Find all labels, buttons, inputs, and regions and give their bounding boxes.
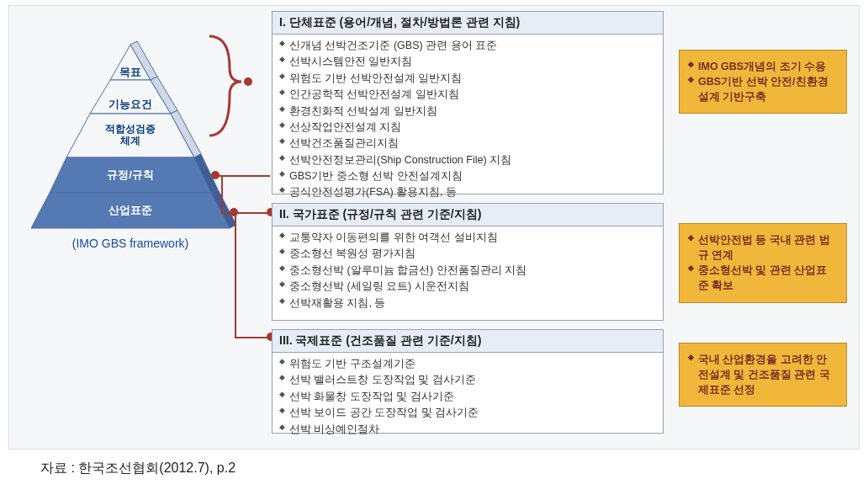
- list-item: 위험도 기반 구조설계기준: [279, 356, 656, 372]
- connector-line-2: [216, 175, 270, 177]
- diagram-background: 목표 기능요건 적합성검증 체계 규정/규칙 산업표준 (IMO GBS fra…: [8, 5, 860, 450]
- connector-dot-3a: [230, 208, 238, 216]
- list-item: 신개념 선박건조기준 (GBS) 관련 용어 표준: [279, 38, 656, 54]
- list-item: 인간공학적 선박안전설계 일반지침: [279, 87, 656, 103]
- pyramid-level-2: 기능요건: [93, 97, 168, 112]
- connector-dot-2a: [211, 171, 220, 179]
- note-1: IMO GBS개념의 조기 수용 GBS기반 선박 안전/친환경 설계 기반구축: [679, 50, 847, 114]
- pyramid-level-1: 목표: [105, 65, 156, 80]
- section-2: II. 국가표준 (규정/규칙 관련 기준/지침) 교통약자 이동편의를 위한 …: [272, 203, 664, 321]
- list-item: 교통약자 이동편의를 위한 여객선 설비지침: [279, 230, 656, 246]
- list-item: 선박안전법 등 국내 관련 법규 연계: [688, 232, 838, 263]
- section-2-list: 교통약자 이동편의를 위한 여객선 설비지침 중소형선 복원성 평가지침 중소형…: [279, 230, 656, 312]
- list-item: IMO GBS개념의 조기 수용: [688, 59, 838, 74]
- list-item: 선박재활용 지침, 등: [279, 296, 656, 312]
- list-item: 선박 화물창 도장작업 및 검사기준: [279, 389, 656, 405]
- section-1-header: I. 단체표준 (용어/개념, 절차/방법론 관련 지침): [273, 12, 663, 35]
- pyramid-level-4: 규정/규칙: [76, 168, 185, 183]
- section-2-body: 교통약자 이동편의를 위한 여객선 설비지침 중소형선 복원성 평가지침 중소형…: [273, 226, 663, 317]
- list-item: 위험도 기반 선박안전설계 일반지침: [279, 71, 656, 87]
- section-1: I. 단체표준 (용어/개념, 절차/방법론 관련 지침) 신개념 선박건조기준…: [272, 11, 664, 194]
- section-3-body: 위험도 기반 구조설계기준 선박 밸러스트창 도장작업 및 검사기준 선박 화물…: [273, 353, 663, 443]
- brace-connector: [193, 31, 260, 141]
- diagram-canvas: 목표 기능요건 적합성검증 체계 규정/규칙 산업표준 (IMO GBS fra…: [0, 0, 868, 490]
- list-item: 선박 보이드 공간 도장작업 및 검사기준: [279, 405, 656, 421]
- list-item: 중소형선박 및 관련 산업표준 확보: [688, 263, 838, 293]
- list-item: 선박 밸러스트창 도장작업 및 검사기준: [279, 372, 656, 388]
- list-item: 선박안전정보관리(Ship Construction File) 지침: [279, 152, 656, 168]
- connector-line-3v: [235, 212, 236, 337]
- list-item: 선상작업안전설계 지침: [279, 120, 656, 136]
- connector-line-3h: [235, 337, 270, 338]
- list-item: 환경친화적 선박설계 일반지침: [279, 104, 656, 120]
- section-2-header: II. 국가표준 (규정/규칙 관련 기준/지침): [273, 204, 663, 226]
- source-citation: 자료 : 한국조선협회(2012.7), p.2: [40, 460, 236, 477]
- note-2: 선박안전법 등 국내 관련 법규 연계 중소형선박 및 관련 산업표준 확보: [679, 223, 847, 303]
- list-item: 선박 비상예인절차: [279, 422, 656, 438]
- list-item: 공식안전성평가(FSA) 활용지침, 등: [279, 184, 656, 200]
- section-3-list: 위험도 기반 구조설계기준 선박 밸러스트창 도장작업 및 검사기준 선박 화물…: [279, 356, 656, 438]
- list-item: 중소형선박 (알루미늄 합금선) 안전품질관리 지침: [279, 263, 656, 279]
- section-1-list: 신개념 선박건조기준 (GBS) 관련 용어 표준 선박시스템안전 일반지침 위…: [279, 38, 656, 201]
- list-item: 중소형선박 (세일링 요트) 시운전지침: [279, 279, 656, 295]
- list-item: GBS기반 선박 안전/친환경 설계 기반구축: [688, 74, 838, 104]
- note-3: 국내 산업환경을 고려한 안전설계 및 건조품질 관련 국제표준 선정: [679, 343, 847, 407]
- list-item: 국내 산업환경을 고려한 안전설계 및 건조품질 관련 국제표준 선정: [688, 352, 838, 397]
- pyramid-level-3: 적합성검증 체계: [84, 124, 177, 147]
- section-3-header: III. 국제표준 (건조품질 관련 기준/지침): [273, 330, 663, 353]
- note-1-list: IMO GBS개념의 조기 수용 GBS기반 선박 안전/친환경 설계 기반구축: [688, 59, 838, 104]
- connector-line-2v: [221, 175, 223, 212]
- section-3: III. 국제표준 (건조품질 관련 기준/지침) 위험도 기반 구조설계기준 …: [272, 329, 664, 434]
- pyramid-level-5: 산업표준: [63, 203, 198, 218]
- pyramid-caption: (IMO GBS framework): [21, 237, 240, 250]
- connector-line-2h: [221, 212, 270, 214]
- svg-point-10: [244, 77, 252, 86]
- note-2-list: 선박안전법 등 국내 관련 법규 연계 중소형선박 및 관련 산업표준 확보: [688, 232, 838, 294]
- list-item: 중소형선 복원성 평가지침: [279, 246, 656, 262]
- section-1-body: 신개념 선박건조기준 (GBS) 관련 용어 표준 선박시스템안전 일반지침 위…: [273, 35, 663, 206]
- list-item: 선박건조품질관리지침: [279, 136, 656, 152]
- list-item: GBS기반 중소형 선박 안전설계지침: [279, 168, 656, 184]
- list-item: 선박시스템안전 일반지침: [279, 54, 656, 70]
- note-3-list: 국내 산업환경을 고려한 안전설계 및 건조품질 관련 국제표준 선정: [688, 352, 838, 397]
